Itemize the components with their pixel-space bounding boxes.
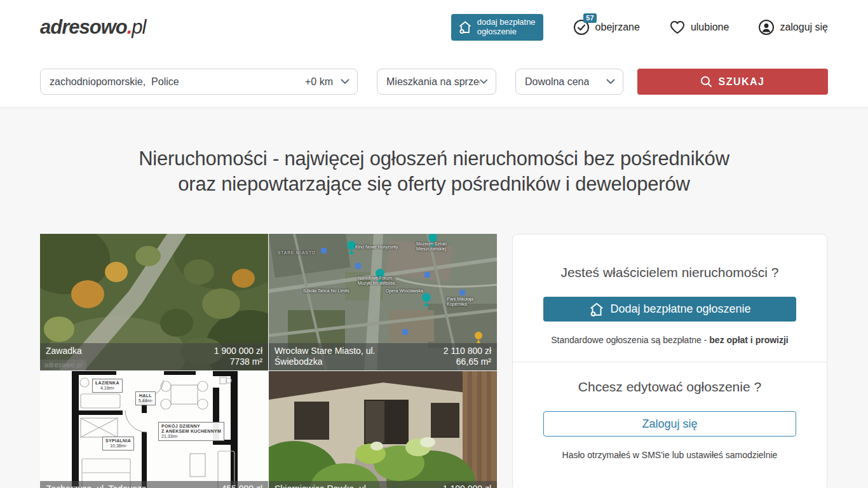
- listing-card-zacharzyce[interactable]: ŁAZIENKA4,16m² HALL5,44m² POKÓJ DZIENNYZ…: [40, 371, 268, 488]
- search-button[interactable]: SZUKAJ: [637, 69, 828, 95]
- listing-location: Zawadka: [46, 346, 82, 367]
- room-label-hall: HALL5,44m²: [135, 391, 156, 405]
- page-title: Nieruchomości - najwięcej ogłoszeń nieru…: [0, 146, 868, 197]
- listing-location: Zacharzyce, ul. Tadeusza: [46, 484, 147, 488]
- listing-price: 2 110 800 zł: [444, 346, 491, 356]
- logo-text: adresowo: [40, 16, 127, 38]
- listing-overlay: Zacharzyce, ul. Tadeusza 455 000 zł: [40, 481, 268, 488]
- page-title-line2: oraz niepowtarzające się oferty pośredni…: [178, 173, 689, 195]
- house-photo: [269, 371, 497, 488]
- site-logo[interactable]: adresowo.pl: [40, 16, 146, 39]
- map-label-forum: Narodowe ForumMuzyki im. Witolda...: [358, 276, 398, 286]
- heart-icon: [669, 20, 686, 35]
- viewed-button[interactable]: 57 obejrzane: [573, 18, 640, 36]
- listing-area: 66,65 m²: [444, 356, 491, 367]
- map-label-district: STARE MIASTO: [278, 250, 316, 255]
- login-button[interactable]: zaloguj się: [758, 19, 828, 36]
- map-label-cinema: Kino Nowe Horyzonty: [355, 245, 398, 250]
- edit-note: Hasło otrzymałeś w SMS'ie lub ustawiłeś …: [543, 450, 796, 460]
- category-value: Mieszkania na sprzeda: [386, 76, 480, 88]
- price-select[interactable]: Dowolna cena: [515, 69, 623, 95]
- add-free-listing-label: Dodaj bezpłatne ogłoszenie: [610, 302, 750, 316]
- edit-heading: Chcesz edytować ogłoszenie ?: [543, 379, 796, 395]
- radius-select[interactable]: +0 km: [305, 76, 349, 88]
- location-search-box: +0 km: [40, 69, 358, 95]
- chevron-down-icon: [341, 79, 349, 85]
- user-circle-icon: [758, 19, 775, 36]
- search-button-label: SZUKAJ: [718, 76, 764, 88]
- listing-card-skierniewice[interactable]: Skierniewice Rawka, ul. 1 100 000 zł: [269, 371, 497, 488]
- radius-value: +0 km: [305, 76, 333, 88]
- owner-note: Standardowe ogłoszenia są bezpłatne - be…: [543, 335, 796, 345]
- chevron-down-icon: [480, 79, 488, 85]
- sidebar-login-button[interactable]: Zaloguj się: [543, 411, 796, 437]
- listing-price: 1 100 000 zł: [443, 484, 491, 488]
- owner-heading: Jesteś właścicielem nieruchomości ?: [543, 265, 796, 280]
- house-plus-icon: [588, 302, 605, 317]
- page-title-line1: Nieruchomości - najwięcej ogłoszeń nieru…: [139, 147, 729, 170]
- listing-overlay: Wrocław Stare Miasto, ul. Świebodzka 2 1…: [269, 343, 497, 370]
- map-label-school: Szkoła Tańca No Limits: [303, 288, 349, 294]
- listing-area: 7738 m²: [214, 356, 262, 367]
- price-value: Dowolna cena: [525, 76, 589, 88]
- add-listing-button[interactable]: dodaj bezpłatne ogłoszenie: [451, 14, 543, 41]
- room-label-bathroom: ŁAZIENKA4,16m²: [92, 379, 123, 393]
- sidebar-divider: [513, 362, 827, 362]
- viewed-label: obejrzane: [595, 22, 640, 33]
- listing-location: Wrocław Stare Miasto, ul. Świebodzka: [275, 346, 398, 367]
- page-header: adresowo.pl dodaj bezpłatne ogłoszenie: [0, 0, 868, 55]
- check-circle-icon: 57: [573, 18, 590, 36]
- location-input[interactable]: [50, 76, 305, 88]
- listing-price: 455 000 zł: [221, 484, 262, 488]
- search-icon: [700, 76, 712, 88]
- login-label: zaloguj się: [780, 22, 828, 33]
- room-label-bedroom: SYPIALNIA10,38m²: [102, 437, 134, 451]
- favorites-button[interactable]: ulubione: [669, 20, 729, 35]
- main-content: Nieruchomości - najwięcej ogłoszeń nieru…: [0, 107, 868, 488]
- search-section: +0 km Mieszkania na sprzeda Dowolna cena…: [0, 55, 868, 107]
- listing-overlay: Zawadka 1 900 000 zł 7738 m²: [40, 343, 268, 370]
- viewed-count-badge: 57: [583, 13, 596, 23]
- map-label-park: Park MikołajaKopernika: [447, 297, 473, 307]
- add-listing-line2: ogłoszenie: [477, 27, 517, 36]
- house-plus-icon: [458, 20, 473, 34]
- listing-overlay: Skierniewice Rawka, ul. 1 100 000 zł: [269, 481, 497, 488]
- listing-price: 1 900 000 zł: [214, 346, 262, 356]
- map-label-museum: Muzeum SztukiMieszczańskiej: [416, 241, 447, 252]
- add-free-listing-button[interactable]: Dodaj bezpłatne ogłoszenie: [543, 297, 796, 322]
- floorplan-image: [40, 371, 268, 488]
- room-label-living: POKÓJ DZIENNYZ ANEKSEM KUCHENNYM21,33m²: [158, 422, 224, 441]
- listing-location: Skierniewice Rawka, ul.: [275, 484, 369, 488]
- owner-panel: Jesteś właścicielem nieruchomości ? Doda…: [512, 234, 827, 488]
- listing-card-zawadka[interactable]: adresowo.pl Zawadka 1 900 000 zł 7738 m²: [40, 234, 268, 370]
- listings-grid: adresowo.pl Zawadka 1 900 000 zł 7738 m²: [40, 234, 497, 488]
- category-select[interactable]: Mieszkania na sprzeda: [377, 69, 496, 95]
- chevron-down-icon: [606, 79, 615, 85]
- add-listing-line1: dodaj bezpłatne: [477, 17, 536, 27]
- listing-card-wroclaw[interactable]: STARE MIASTO Kino Nowe Horyzonty Muzeum …: [269, 234, 497, 370]
- favorites-label: ulubione: [691, 22, 729, 33]
- map-label-opera: Opera Wrocławska: [386, 288, 423, 294]
